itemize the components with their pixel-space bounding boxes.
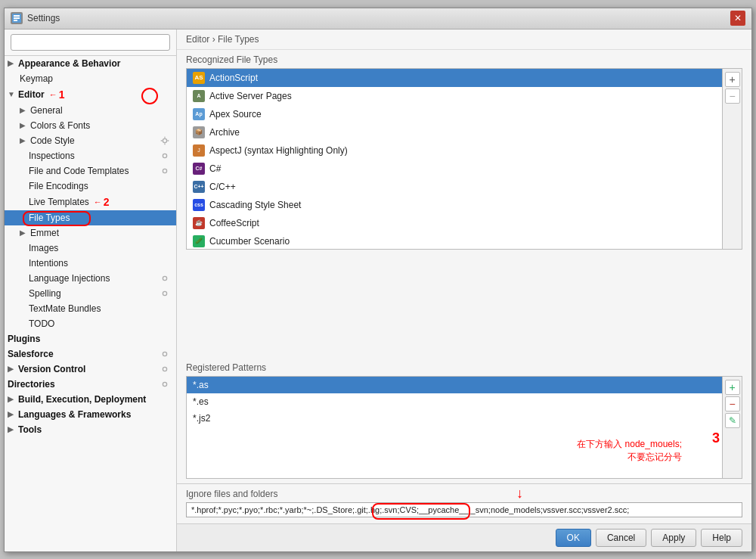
settings-icon bbox=[160, 273, 170, 284]
patterns-side-buttons: + − ✎ bbox=[722, 377, 742, 478]
list-item[interactable]: AS ActionScript bbox=[187, 69, 722, 87]
svg-rect-2 bbox=[14, 17, 20, 19]
list-item[interactable]: *.js2 bbox=[187, 410, 722, 427]
settings-icon bbox=[160, 151, 170, 161]
add-pattern-button[interactable]: + bbox=[725, 380, 740, 395]
ignore-input[interactable] bbox=[186, 502, 742, 517]
settings-icon bbox=[160, 364, 170, 374]
file-icon: 📦 bbox=[193, 126, 205, 138]
file-types-list: AS ActionScript A Active Server Pages bbox=[187, 69, 722, 249]
sidebar-item-editor[interactable]: ▼ Editor ← 1 bbox=[5, 86, 176, 103]
sidebar-item-languages[interactable]: ▶ Languages & Frameworks bbox=[5, 407, 176, 422]
sidebar-item-code-style[interactable]: ▶ Code Style bbox=[5, 133, 176, 148]
ignore-input-container: ↓ bbox=[186, 502, 742, 517]
circle-annotation-1 bbox=[141, 88, 158, 104]
file-icon: J bbox=[193, 144, 205, 157]
sidebar-item-textmate-bundles[interactable]: TextMate Bundles bbox=[5, 301, 176, 316]
arrow-icon: ▶ bbox=[8, 365, 17, 373]
settings-icon bbox=[160, 349, 170, 359]
svg-point-11 bbox=[163, 382, 166, 386]
list-item[interactable]: C# C# bbox=[187, 160, 722, 178]
svg-point-10 bbox=[163, 367, 166, 371]
settings-icon bbox=[160, 288, 170, 299]
list-item[interactable]: A Active Server Pages bbox=[187, 87, 722, 105]
arrow-icon: ▶ bbox=[8, 59, 17, 67]
css-icon: css bbox=[193, 199, 205, 211]
title-bar: Settings ✕ bbox=[5, 8, 751, 30]
search-input[interactable] bbox=[11, 34, 170, 51]
sidebar-item-tools[interactable]: ▶ Tools bbox=[5, 422, 176, 437]
csharp-icon: C# bbox=[193, 163, 205, 175]
breadcrumb: Editor › File Types bbox=[177, 30, 751, 50]
patterns-section: Registered Patterns *.as *.es *.js2 bbox=[186, 358, 742, 479]
sidebar-item-intentions[interactable]: Intentions bbox=[5, 256, 176, 271]
svg-point-8 bbox=[163, 291, 166, 295]
svg-point-9 bbox=[163, 352, 166, 356]
add-file-type-button[interactable]: + bbox=[725, 72, 740, 87]
settings-icon bbox=[160, 135, 170, 146]
file-icon: ☕ bbox=[193, 217, 205, 229]
svg-rect-3 bbox=[14, 20, 17, 21]
sidebar-item-colors-fonts[interactable]: ▶ Colors & Fonts bbox=[5, 118, 176, 133]
arrow-icon: ▶ bbox=[20, 228, 29, 237]
sidebar-item-inspections[interactable]: Inspections bbox=[5, 148, 176, 163]
list-item[interactable]: J AspectJ (syntax Highlighting Only) bbox=[187, 141, 722, 160]
sidebar-item-appearance[interactable]: ▶ Appearance & Behavior bbox=[5, 56, 176, 71]
sidebar-item-todo[interactable]: TODO bbox=[5, 316, 176, 331]
file-icon: Ap bbox=[193, 108, 205, 120]
registered-label: Registered Patterns bbox=[186, 358, 742, 376]
close-button[interactable]: ✕ bbox=[730, 11, 745, 26]
file-types-list-container: AS ActionScript A Active Server Pages bbox=[186, 68, 742, 250]
sidebar-item-language-injections[interactable]: Language Injections bbox=[5, 271, 176, 286]
list-item[interactable]: C++ C/C++ bbox=[187, 178, 722, 196]
list-item[interactable]: ☕ CoffeeScript bbox=[187, 214, 722, 232]
sidebar-item-file-code-templates[interactable]: File and Code Templates bbox=[5, 163, 176, 179]
svg-point-4 bbox=[163, 138, 166, 142]
ignore-label: Ignore files and folders bbox=[186, 489, 742, 499]
list-item[interactable]: css Cascading Style Sheet bbox=[187, 196, 722, 214]
svg-point-7 bbox=[163, 276, 166, 280]
edit-pattern-button[interactable]: ✎ bbox=[725, 413, 740, 428]
file-icon: A bbox=[193, 90, 205, 102]
sidebar-item-version-control[interactable]: ▶ Version Control bbox=[5, 362, 176, 377]
minus-button[interactable]: − bbox=[725, 89, 740, 104]
list-item[interactable]: 📦 Archive bbox=[187, 123, 722, 141]
sidebar-item-file-encodings[interactable]: File Encodings bbox=[5, 179, 176, 194]
arrow-icon: ▶ bbox=[20, 106, 29, 114]
file-types-side-buttons: + − bbox=[722, 69, 742, 249]
help-button[interactable]: Help bbox=[701, 529, 742, 547]
apply-button[interactable]: Apply bbox=[651, 529, 696, 547]
sidebar-item-live-templates[interactable]: Live Templates ← 2 bbox=[5, 194, 176, 210]
list-item[interactable]: *.es bbox=[187, 393, 722, 410]
sidebar-item-keymap[interactable]: Keymap bbox=[5, 71, 176, 86]
sidebar-item-salesforce[interactable]: Salesforce bbox=[5, 346, 176, 362]
sidebar-item-directories[interactable]: Directories bbox=[5, 377, 176, 392]
list-item[interactable]: Ap Apex Source bbox=[187, 105, 722, 123]
remove-pattern-button[interactable]: − bbox=[725, 396, 740, 411]
sidebar-item-general[interactable]: ▶ General bbox=[5, 103, 176, 118]
main-content: Editor › File Types Recognized File Type… bbox=[177, 30, 751, 551]
sidebar-item-plugins[interactable]: Plugins bbox=[5, 331, 176, 346]
list-item[interactable]: *.as bbox=[187, 377, 722, 393]
sidebar-item-images[interactable]: Images bbox=[5, 241, 176, 256]
sidebar-item-file-types[interactable]: File Types bbox=[5, 210, 176, 225]
settings-icon bbox=[160, 379, 170, 390]
patterns-list: *.as *.es *.js2 bbox=[187, 377, 722, 478]
search-bar bbox=[5, 30, 176, 56]
file-types-panel: Recognized File Types AS ActionScript bbox=[177, 50, 751, 483]
window-icon bbox=[11, 12, 23, 24]
sidebar-item-spelling[interactable]: Spelling bbox=[5, 286, 176, 301]
number-annotation-1: 1 bbox=[59, 89, 65, 101]
archive-icon: 📦 bbox=[193, 126, 205, 138]
ok-button[interactable]: OK bbox=[556, 529, 591, 547]
recognized-section: Recognized File Types AS ActionScript bbox=[186, 50, 742, 353]
arrow-icon: ▶ bbox=[20, 121, 29, 129]
arrow-icon: ▶ bbox=[8, 410, 17, 418]
sidebar-item-emmet[interactable]: ▶ Emmet bbox=[5, 225, 176, 241]
sidebar-item-build[interactable]: ▶ Build, Execution, Deployment bbox=[5, 392, 176, 407]
list-item[interactable]: 🥒 Cucumber Scenario bbox=[187, 232, 722, 249]
cancel-button[interactable]: Cancel bbox=[596, 529, 646, 547]
settings-icon bbox=[160, 166, 170, 176]
bottom-bar: OK Cancel Apply Help bbox=[177, 523, 751, 551]
arrow-icon: ▶ bbox=[20, 136, 29, 144]
